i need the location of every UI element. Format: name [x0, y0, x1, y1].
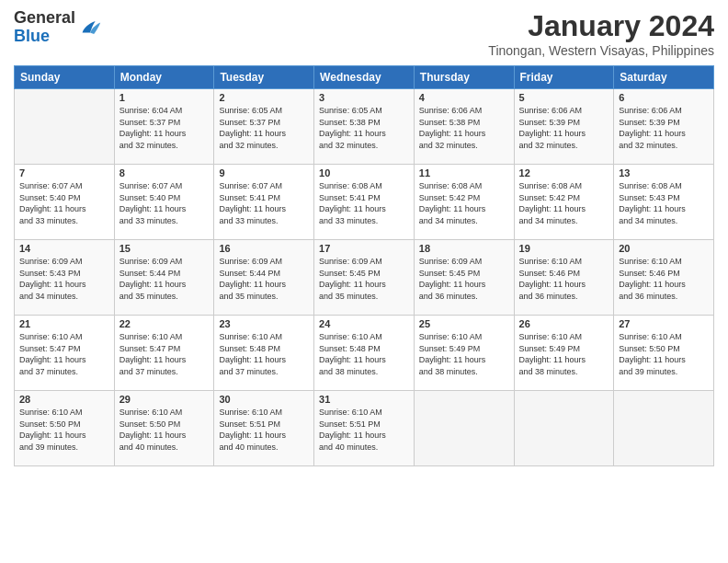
day-number: 5: [519, 92, 609, 103]
calendar-cell: 27Sunrise: 6:10 AMSunset: 5:50 PMDayligh…: [614, 316, 714, 391]
day-info: Sunrise: 6:08 AMSunset: 5:43 PMDaylight:…: [619, 180, 709, 226]
calendar-week-2: 7Sunrise: 6:07 AMSunset: 5:40 PMDaylight…: [15, 165, 714, 240]
day-number: 8: [119, 167, 210, 178]
day-number: 24: [319, 318, 409, 329]
calendar-cell: 16Sunrise: 6:09 AMSunset: 5:44 PMDayligh…: [214, 240, 314, 316]
day-number: 31: [319, 394, 409, 405]
calendar-cell: 31Sunrise: 6:10 AMSunset: 5:51 PMDayligh…: [314, 391, 415, 466]
calendar-cell: 13Sunrise: 6:08 AMSunset: 5:43 PMDayligh…: [614, 165, 714, 240]
day-info: Sunrise: 6:07 AMSunset: 5:40 PMDaylight:…: [119, 180, 210, 226]
calendar-cell: [614, 391, 714, 466]
day-info: Sunrise: 6:06 AMSunset: 5:39 PMDaylight:…: [619, 105, 709, 151]
calendar-cell: 19Sunrise: 6:10 AMSunset: 5:46 PMDayligh…: [514, 240, 614, 316]
day-number: 21: [19, 318, 109, 329]
day-info: Sunrise: 6:10 AMSunset: 5:47 PMDaylight:…: [119, 331, 210, 377]
day-number: 28: [19, 394, 109, 405]
col-monday: Monday: [114, 66, 214, 89]
day-info: Sunrise: 6:09 AMSunset: 5:45 PMDaylight:…: [319, 256, 409, 302]
col-tuesday: Tuesday: [214, 66, 314, 89]
day-info: Sunrise: 6:10 AMSunset: 5:51 PMDaylight:…: [219, 407, 309, 453]
day-info: Sunrise: 6:10 AMSunset: 5:51 PMDaylight:…: [319, 407, 409, 453]
logo-blue-text: Blue: [14, 28, 75, 46]
day-info: Sunrise: 6:10 AMSunset: 5:46 PMDaylight:…: [619, 256, 709, 302]
calendar-cell: 28Sunrise: 6:10 AMSunset: 5:50 PMDayligh…: [15, 391, 115, 466]
day-number: 9: [219, 167, 309, 178]
header: General Blue January 2024 Tinongan, West…: [14, 9, 714, 58]
day-info: Sunrise: 6:09 AMSunset: 5:44 PMDaylight:…: [119, 256, 210, 302]
title-section: January 2024 Tinongan, Western Visayas, …: [488, 9, 714, 58]
month-title: January 2024: [488, 9, 714, 43]
calendar-cell: 12Sunrise: 6:08 AMSunset: 5:42 PMDayligh…: [514, 165, 614, 240]
day-number: 4: [419, 92, 509, 103]
day-number: 7: [19, 167, 109, 178]
calendar-cell: 10Sunrise: 6:08 AMSunset: 5:41 PMDayligh…: [314, 165, 415, 240]
calendar-cell: [514, 391, 614, 466]
day-info: Sunrise: 6:09 AMSunset: 5:44 PMDaylight:…: [219, 256, 309, 302]
calendar-week-5: 28Sunrise: 6:10 AMSunset: 5:50 PMDayligh…: [15, 391, 714, 466]
day-number: 6: [619, 92, 709, 103]
day-number: 18: [419, 243, 509, 254]
day-info: Sunrise: 6:07 AMSunset: 5:40 PMDaylight:…: [19, 180, 109, 226]
day-number: 30: [219, 394, 309, 405]
day-number: 15: [119, 243, 210, 254]
day-number: 17: [319, 243, 409, 254]
day-number: 1: [119, 92, 210, 103]
day-info: Sunrise: 6:07 AMSunset: 5:41 PMDaylight:…: [219, 180, 309, 226]
day-number: 3: [319, 92, 409, 103]
calendar-cell: 15Sunrise: 6:09 AMSunset: 5:44 PMDayligh…: [114, 240, 214, 316]
day-info: Sunrise: 6:05 AMSunset: 5:37 PMDaylight:…: [219, 105, 309, 151]
day-info: Sunrise: 6:04 AMSunset: 5:37 PMDaylight:…: [119, 105, 210, 151]
day-info: Sunrise: 6:10 AMSunset: 5:50 PMDaylight:…: [19, 407, 109, 453]
calendar-cell: 9Sunrise: 6:07 AMSunset: 5:41 PMDaylight…: [214, 165, 314, 240]
day-info: Sunrise: 6:10 AMSunset: 5:50 PMDaylight:…: [619, 331, 709, 377]
day-info: Sunrise: 6:10 AMSunset: 5:48 PMDaylight:…: [319, 331, 409, 377]
calendar-cell: 26Sunrise: 6:10 AMSunset: 5:49 PMDayligh…: [514, 316, 614, 391]
calendar-cell: 17Sunrise: 6:09 AMSunset: 5:45 PMDayligh…: [314, 240, 415, 316]
col-friday: Friday: [514, 66, 614, 89]
calendar-cell: 3Sunrise: 6:05 AMSunset: 5:38 PMDaylight…: [314, 89, 415, 165]
calendar-cell: 23Sunrise: 6:10 AMSunset: 5:48 PMDayligh…: [214, 316, 314, 391]
day-number: 19: [519, 243, 609, 254]
day-info: Sunrise: 6:06 AMSunset: 5:38 PMDaylight:…: [419, 105, 509, 151]
day-number: 29: [119, 394, 210, 405]
day-number: 20: [619, 243, 709, 254]
day-number: 26: [519, 318, 609, 329]
logo-bird-icon: [77, 15, 103, 40]
calendar-table: Sunday Monday Tuesday Wednesday Thursday…: [14, 65, 714, 466]
calendar-cell: 4Sunrise: 6:06 AMSunset: 5:38 PMDaylight…: [414, 89, 514, 165]
calendar-cell: 18Sunrise: 6:09 AMSunset: 5:45 PMDayligh…: [414, 240, 514, 316]
day-info: Sunrise: 6:05 AMSunset: 5:38 PMDaylight:…: [319, 105, 409, 151]
day-number: 14: [19, 243, 109, 254]
day-info: Sunrise: 6:10 AMSunset: 5:47 PMDaylight:…: [19, 331, 109, 377]
logo: General Blue: [14, 9, 103, 46]
day-info: Sunrise: 6:10 AMSunset: 5:50 PMDaylight:…: [119, 407, 210, 453]
calendar-container: General Blue January 2024 Tinongan, West…: [0, 0, 728, 471]
day-number: 27: [619, 318, 709, 329]
day-info: Sunrise: 6:08 AMSunset: 5:42 PMDaylight:…: [419, 180, 509, 226]
calendar-cell: 14Sunrise: 6:09 AMSunset: 5:43 PMDayligh…: [15, 240, 115, 316]
day-number: 2: [219, 92, 309, 103]
day-info: Sunrise: 6:09 AMSunset: 5:43 PMDaylight:…: [19, 256, 109, 302]
day-info: Sunrise: 6:08 AMSunset: 5:41 PMDaylight:…: [319, 180, 409, 226]
day-info: Sunrise: 6:09 AMSunset: 5:45 PMDaylight:…: [419, 256, 509, 302]
header-row: Sunday Monday Tuesday Wednesday Thursday…: [15, 66, 714, 89]
calendar-cell: 30Sunrise: 6:10 AMSunset: 5:51 PMDayligh…: [214, 391, 314, 466]
col-wednesday: Wednesday: [314, 66, 415, 89]
calendar-week-3: 14Sunrise: 6:09 AMSunset: 5:43 PMDayligh…: [15, 240, 714, 316]
calendar-cell: 5Sunrise: 6:06 AMSunset: 5:39 PMDaylight…: [514, 89, 614, 165]
calendar-cell: 2Sunrise: 6:05 AMSunset: 5:37 PMDaylight…: [214, 89, 314, 165]
day-info: Sunrise: 6:08 AMSunset: 5:42 PMDaylight:…: [519, 180, 609, 226]
day-number: 25: [419, 318, 509, 329]
day-info: Sunrise: 6:10 AMSunset: 5:48 PMDaylight:…: [219, 331, 309, 377]
calendar-cell: [414, 391, 514, 466]
day-number: 10: [319, 167, 409, 178]
calendar-cell: 21Sunrise: 6:10 AMSunset: 5:47 PMDayligh…: [15, 316, 115, 391]
logo-general-text: General: [14, 9, 75, 28]
day-number: 23: [219, 318, 309, 329]
calendar-cell: 22Sunrise: 6:10 AMSunset: 5:47 PMDayligh…: [114, 316, 214, 391]
calendar-cell: 29Sunrise: 6:10 AMSunset: 5:50 PMDayligh…: [114, 391, 214, 466]
calendar-cell: 8Sunrise: 6:07 AMSunset: 5:40 PMDaylight…: [114, 165, 214, 240]
location-subtitle: Tinongan, Western Visayas, Philippines: [488, 43, 714, 58]
day-number: 13: [619, 167, 709, 178]
day-info: Sunrise: 6:10 AMSunset: 5:49 PMDaylight:…: [519, 331, 609, 377]
